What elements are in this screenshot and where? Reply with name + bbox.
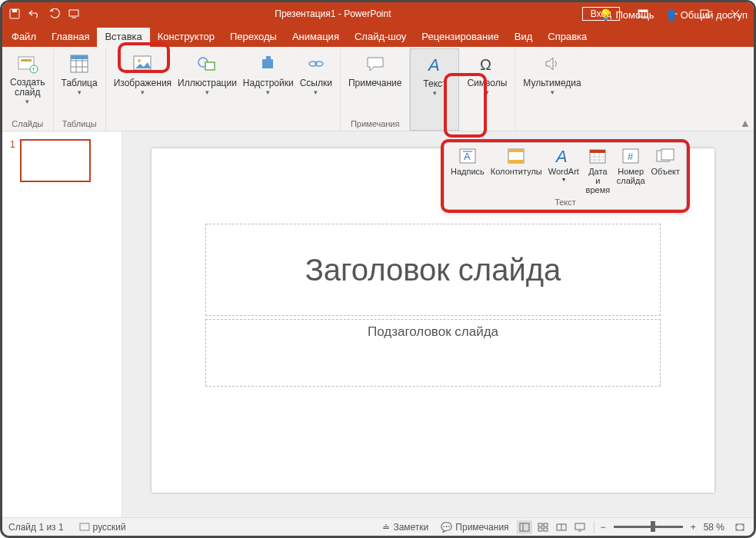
- collapse-ribbon-icon[interactable]: ⯅: [741, 120, 749, 128]
- new-slide-label: Создать слайд: [10, 78, 45, 98]
- text-button[interactable]: A Текст ▾: [415, 51, 454, 98]
- audio-icon: [540, 51, 565, 76]
- group-label-slides: Слайды: [12, 118, 43, 131]
- illustrations-button[interactable]: Иллюстрации ▾: [175, 50, 240, 98]
- svg-text:A: A: [555, 148, 568, 164]
- symbols-button[interactable]: Ω Символы ▾: [464, 50, 510, 98]
- tab-view[interactable]: Вид: [507, 28, 541, 47]
- fit-to-window-icon[interactable]: [732, 520, 748, 534]
- svg-rect-33: [544, 528, 548, 531]
- tab-file[interactable]: Файл: [4, 28, 44, 47]
- ribbon: + Создать слайд ▾ Слайды Таблица ▾ Табли…: [2, 47, 754, 131]
- chevron-down-icon: ▾: [78, 88, 82, 96]
- slide-thumbnail[interactable]: 1: [10, 139, 114, 182]
- tab-review[interactable]: Рецензирование: [414, 28, 506, 47]
- notes-button[interactable]: ≐Заметки: [378, 522, 433, 533]
- svg-rect-55: [661, 149, 674, 160]
- zoom-level[interactable]: 58 %: [704, 522, 724, 533]
- media-button[interactable]: Мультимедиа ▾: [520, 50, 584, 98]
- title-placeholder[interactable]: Заголовок слайда: [205, 224, 661, 316]
- popup-group-label: Текст: [445, 196, 686, 209]
- normal-view-icon[interactable]: [517, 520, 532, 534]
- object-button[interactable]: Объект: [648, 144, 683, 196]
- share-button[interactable]: 👤Общий доступ: [665, 9, 748, 21]
- comment-icon: [363, 51, 388, 76]
- comment-label: Примечание: [348, 78, 401, 88]
- addins-button[interactable]: Надстройки ▾: [240, 50, 297, 98]
- svg-rect-2: [69, 10, 78, 16]
- redo-icon[interactable]: [45, 5, 64, 23]
- group-images: Изображения ▾ Иллюстрации ▾ Надстройки ▾…: [106, 48, 341, 131]
- thumbnail-preview[interactable]: [20, 139, 91, 182]
- status-language[interactable]: русский: [75, 522, 131, 533]
- header-footer-button[interactable]: Колонтитулы: [488, 144, 545, 196]
- reading-view-icon[interactable]: [554, 520, 569, 534]
- svg-rect-30: [538, 523, 542, 526]
- svg-rect-1: [12, 9, 17, 12]
- group-label-text-empty: [434, 117, 436, 130]
- wordart-button[interactable]: A WordArt ▾: [545, 144, 582, 196]
- comments-button[interactable]: 💬Примечания: [436, 522, 513, 533]
- status-bar: Слайд 1 из 1 русский ≐Заметки 💬Примечани…: [2, 517, 754, 536]
- addins-label: Надстройки: [243, 78, 294, 88]
- tab-animation[interactable]: Анимация: [285, 28, 347, 47]
- textbox-button[interactable]: A Надпись: [448, 144, 488, 196]
- svg-text:A: A: [427, 55, 440, 74]
- tab-home[interactable]: Главная: [44, 28, 97, 47]
- thumbnail-panel[interactable]: 1: [2, 131, 122, 517]
- tab-help[interactable]: Справка: [540, 28, 594, 47]
- zoom-slider-thumb[interactable]: [651, 521, 655, 532]
- zoom-out-button[interactable]: −: [601, 522, 606, 533]
- slide-number-button[interactable]: # Номер слайда: [614, 144, 648, 196]
- date-time-button[interactable]: Дата и время: [582, 144, 614, 196]
- images-button[interactable]: Изображения ▾: [111, 50, 175, 98]
- text-label: Текст: [423, 78, 446, 89]
- link-icon: [304, 51, 328, 76]
- svg-rect-10: [21, 59, 32, 61]
- share-label: Общий доступ: [681, 9, 748, 21]
- svg-text:Ω: Ω: [480, 56, 491, 73]
- tell-me-button[interactable]: 💡Помощь: [599, 8, 654, 21]
- svg-rect-47: [590, 150, 605, 153]
- chevron-down-icon: ▾: [485, 88, 489, 96]
- start-from-beginning-icon[interactable]: [65, 5, 84, 23]
- table-button[interactable]: Таблица ▾: [58, 50, 101, 98]
- undo-icon[interactable]: [25, 5, 44, 23]
- group-comments: Примечание Примечания: [341, 48, 410, 131]
- new-slide-icon: +: [15, 51, 40, 76]
- svg-rect-22: [205, 62, 215, 70]
- notes-icon: ≐: [382, 522, 390, 533]
- calendar-icon: [586, 146, 609, 166]
- subtitle-placeholder[interactable]: Подзаголовок слайда: [205, 319, 661, 387]
- zoom-slider[interactable]: [614, 526, 683, 528]
- chevron-down-icon: ▾: [551, 88, 555, 96]
- svg-text:+: +: [32, 65, 35, 73]
- tab-transitions[interactable]: Переходы: [222, 28, 285, 47]
- person-icon: 👤: [665, 9, 678, 21]
- tab-slideshow[interactable]: Слайд-шоу: [347, 28, 414, 47]
- title-text: Заголовок слайда: [305, 253, 561, 287]
- svg-rect-43: [508, 149, 524, 152]
- comment-button[interactable]: Примечание: [345, 50, 405, 90]
- tab-design[interactable]: Конструктор: [150, 28, 222, 47]
- status-slide-count[interactable]: Слайд 1 из 1: [8, 522, 64, 533]
- chevron-down-icon: ▾: [205, 88, 209, 96]
- group-text: A Текст ▾: [410, 48, 459, 131]
- slide-sorter-icon[interactable]: [535, 520, 551, 534]
- symbols-label: Символы: [467, 78, 507, 88]
- slideshow-view-icon[interactable]: [572, 520, 588, 534]
- new-slide-button[interactable]: + Создать слайд ▾: [7, 50, 48, 107]
- zoom-in-button[interactable]: +: [691, 522, 696, 533]
- chevron-down-icon: ▾: [141, 88, 145, 96]
- text-dropdown-popup: A Надпись Колонтитулы A WordArt ▾ Дата и…: [444, 142, 687, 210]
- links-button[interactable]: Ссылки ▾: [297, 50, 335, 98]
- tab-insert[interactable]: Вставка: [97, 28, 149, 47]
- group-media: Мультимедиа ▾: [515, 48, 588, 131]
- chevron-down-icon: ▾: [314, 88, 318, 96]
- text-icon: A: [422, 52, 447, 77]
- divider: [594, 521, 594, 533]
- group-slides: + Создать слайд ▾ Слайды: [2, 48, 54, 131]
- media-label: Мультимедиа: [523, 78, 581, 88]
- save-icon[interactable]: [5, 5, 24, 23]
- spellcheck-icon: [79, 523, 90, 532]
